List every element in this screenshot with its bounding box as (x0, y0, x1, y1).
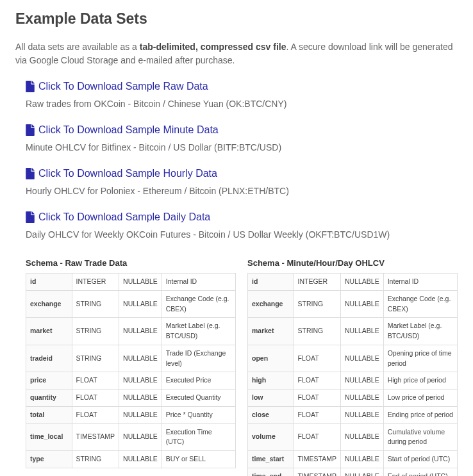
schemas-container: Schema - Raw Trade Data idINTEGERNULLABL… (26, 257, 458, 477)
schema-col-desc: End of period (UTC) (383, 468, 457, 476)
schema-col-name: open (248, 345, 294, 372)
schema-col-type: FLOAT (294, 406, 340, 423)
schema-col-name: total (26, 406, 72, 423)
schema-col-name: time_start (248, 451, 294, 468)
file-icon (26, 81, 35, 92)
table-row: typeSTRINGNULLABLEBUY or SELL (26, 451, 236, 468)
schema-col-desc: Market Label (e.g. BTC/USD) (383, 318, 457, 345)
schema-col-desc: Ending price of period (383, 406, 457, 423)
schema-col-name: id (26, 274, 72, 291)
download-label: Click To Download Sample Raw Data (38, 79, 208, 94)
schema-col-null: NULLABLE (341, 274, 384, 291)
schema-col-desc: Start of period (UTC) (383, 451, 457, 468)
schema-col-name: quantity (26, 390, 72, 407)
schema-col-null: NULLABLE (119, 290, 162, 318)
schema-col-null: NULLABLE (341, 290, 384, 318)
schema-col-null: NULLABLE (341, 345, 384, 372)
schema-col-desc: Exchange Code (e.g. CBEX) (383, 290, 457, 318)
schema-col-desc: Executed Quantity (162, 390, 235, 407)
download-desc: Daily OHLCV for Weekly OKCoin Futures - … (26, 228, 458, 242)
schema-col-null: NULLABLE (119, 345, 162, 372)
download-item-raw: Click To Download Sample Raw Data Raw tr… (26, 79, 458, 111)
schema-col-type: STRING (72, 451, 119, 468)
schema-col-null: NULLABLE (341, 451, 384, 468)
schema-col-null: NULLABLE (119, 451, 162, 468)
table-row: time_localTIMESTAMPNULLABLEExecution Tim… (26, 423, 236, 451)
schema-col-null: NULLABLE (341, 390, 384, 407)
download-link-daily[interactable]: Click To Download Sample Daily Data (26, 209, 210, 225)
schema-col-type: TIMESTAMP (294, 468, 340, 476)
schema-col-null: NULLABLE (119, 390, 162, 407)
schema-col-desc: Execution Time (UTC) (162, 423, 235, 451)
schema-raw-table: idINTEGERNULLABLEInternal IDexchangeSTRI… (26, 273, 236, 468)
table-row: volumeFLOATNULLABLECumulative volume dur… (248, 423, 458, 451)
table-row: tradeidSTRINGNULLABLETrade ID (Exchange … (26, 345, 236, 372)
schema-col-desc: Price * Quantity (162, 406, 235, 423)
schema-col-null: NULLABLE (341, 372, 384, 390)
download-desc: Raw trades from OKCoin - Bitcoin / Chine… (26, 97, 458, 111)
schema-col-desc: BUY or SELL (162, 451, 235, 468)
schema-raw-title: Schema - Raw Trade Data (26, 257, 236, 270)
schema-col-name: tradeid (26, 345, 72, 372)
schema-ohlcv-title: Schema - Minute/Hour/Day OHLCV (247, 257, 458, 270)
schema-ohlcv-table: idINTEGERNULLABLEInternal IDexchangeSTRI… (247, 273, 458, 476)
table-row: closeFLOATNULLABLEEnding price of period (248, 406, 458, 423)
table-row: time_startTIMESTAMPNULLABLEStart of peri… (248, 451, 458, 468)
schema-col-name: type (26, 451, 72, 468)
intro-text: All data sets are available as a tab-del… (15, 40, 458, 67)
schema-col-name: close (248, 406, 294, 423)
download-desc: Hourly OHLCV for Poloniex - Ethereum / B… (26, 185, 458, 198)
table-row: quantityFLOATNULLABLEExecuted Quantity (26, 390, 236, 407)
schema-col-type: FLOAT (294, 390, 340, 407)
schema-col-type: STRING (294, 290, 340, 318)
schema-col-null: NULLABLE (119, 423, 162, 451)
schema-col-null: NULLABLE (119, 372, 162, 390)
download-link-raw[interactable]: Click To Download Sample Raw Data (26, 79, 208, 94)
schema-col-type: STRING (72, 318, 119, 345)
schema-col-null: NULLABLE (119, 406, 162, 423)
schema-col-null: NULLABLE (341, 468, 384, 476)
schema-col-name: id (248, 274, 294, 291)
download-item-minute: Click To Download Sample Minute Data Min… (26, 122, 458, 154)
schema-col-desc: Executed Price (162, 372, 235, 390)
schema-col-name: market (26, 318, 72, 345)
schema-col-desc: Trade ID (Exchange level) (162, 345, 235, 372)
download-link-minute[interactable]: Click To Download Sample Minute Data (26, 122, 219, 138)
schema-raw-block: Schema - Raw Trade Data idINTEGERNULLABL… (26, 257, 236, 477)
schema-col-desc: Internal ID (162, 274, 235, 291)
schema-col-type: STRING (72, 290, 119, 318)
download-label: Click To Download Sample Hourly Data (38, 166, 217, 181)
intro-prefix: All data sets are available as a (15, 42, 140, 52)
schema-col-type: STRING (294, 318, 340, 345)
schema-col-desc: Low price of period (383, 390, 457, 407)
table-row: time_endTIMESTAMPNULLABLEEnd of period (… (248, 468, 458, 476)
schema-col-desc: Exchange Code (e.g. CBEX) (162, 290, 235, 318)
table-row: idINTEGERNULLABLEInternal ID (248, 274, 458, 291)
schema-col-type: FLOAT (294, 345, 340, 372)
schema-col-null: NULLABLE (341, 423, 384, 451)
schema-col-type: FLOAT (72, 390, 119, 407)
schema-col-desc: Cumulative volume during period (383, 423, 457, 451)
download-item-daily: Click To Download Sample Daily Data Dail… (26, 209, 458, 242)
schema-col-name: exchange (248, 290, 294, 318)
download-link-hourly[interactable]: Click To Download Sample Hourly Data (26, 166, 217, 181)
schema-col-desc: Opening price of time period (383, 345, 457, 372)
schema-col-type: TIMESTAMP (294, 451, 340, 468)
schema-col-desc: Market Label (e.g. BTC/USD) (162, 318, 235, 345)
schema-col-name: exchange (26, 290, 72, 318)
file-icon (26, 211, 35, 223)
table-row: openFLOATNULLABLEOpening price of time p… (248, 345, 458, 372)
table-row: totalFLOATNULLABLEPrice * Quantity (26, 406, 236, 423)
file-icon (26, 124, 35, 136)
schema-col-desc: Internal ID (383, 274, 457, 291)
schema-col-type: FLOAT (72, 406, 119, 423)
schema-col-name: time_end (248, 468, 294, 476)
schema-col-name: high (248, 372, 294, 390)
table-row: marketSTRINGNULLABLEMarket Label (e.g. B… (248, 318, 458, 345)
intro-bold: tab-delimited, compressed csv file (140, 42, 286, 52)
download-label: Click To Download Sample Daily Data (38, 209, 210, 225)
download-item-hourly: Click To Download Sample Hourly Data Hou… (26, 166, 458, 198)
schema-col-name: volume (248, 423, 294, 451)
schema-col-name: price (26, 372, 72, 390)
table-row: highFLOATNULLABLEHigh price of period (248, 372, 458, 390)
